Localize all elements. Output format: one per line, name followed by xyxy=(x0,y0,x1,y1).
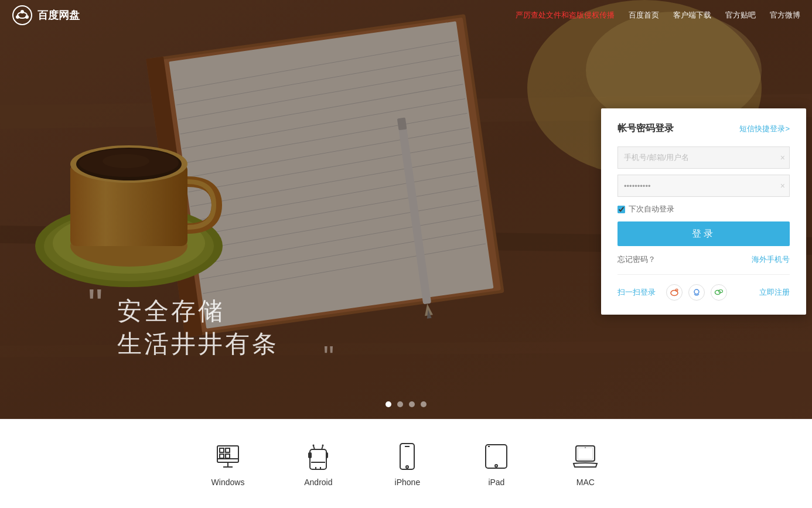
svg-point-66 xyxy=(322,444,324,446)
auto-login-wrap: 下次自动登录 xyxy=(617,204,790,214)
username-clear-icon[interactable]: × xyxy=(780,153,785,162)
iphone-label: iPhone xyxy=(395,478,421,487)
weibo-login-icon[interactable] xyxy=(666,284,683,301)
carousel-dot-4[interactable] xyxy=(421,401,427,407)
login-footer-links: 忘记密码？ 海外手机号 xyxy=(617,254,790,265)
register-link[interactable]: 立即注册 xyxy=(759,287,790,298)
password-input-wrap: × xyxy=(617,175,790,197)
svg-point-77 xyxy=(495,465,497,467)
nav-warning[interactable]: 严厉查处文件和盗版侵权传播 xyxy=(516,10,615,21)
header: 百度网盘 严厉查处文件和盗版侵权传播 百度首页 客户端下载 官方贴吧 官方微博 xyxy=(0,0,812,30)
login-button[interactable]: 登录 xyxy=(617,221,790,246)
platform-iphone[interactable]: iPhone xyxy=(392,441,422,487)
login-divider xyxy=(617,274,790,275)
platform-ipad[interactable]: iPad xyxy=(481,441,511,487)
username-input-wrap: × xyxy=(617,146,790,169)
password-clear-icon[interactable]: × xyxy=(780,181,785,190)
svg-rect-58 xyxy=(220,454,224,458)
login-card: 帐号密码登录 短信快捷登录> × × 下次自动登录 登录 忘记密码？ 海外手机号… xyxy=(601,108,806,315)
ipad-label: iPad xyxy=(488,478,504,487)
platform-windows[interactable]: Windows xyxy=(211,441,245,487)
social-icons xyxy=(666,284,727,301)
username-input[interactable] xyxy=(617,146,790,169)
nav-download[interactable]: 客户端下载 xyxy=(673,10,711,21)
forgot-password-link[interactable]: 忘记密码？ xyxy=(617,254,656,265)
quote-right-icon: " xyxy=(323,342,336,372)
windows-icon xyxy=(213,441,243,472)
hero-text-block: " 安全存储 生活井井有条 " xyxy=(117,295,301,360)
wechat-login-icon[interactable] xyxy=(711,284,727,301)
login-header: 帐号密码登录 短信快捷登录> xyxy=(617,122,790,135)
carousel-dots xyxy=(385,401,427,407)
nav: 严厉查处文件和盗版侵权传播 百度首页 客户端下载 官方贴吧 官方微博 xyxy=(516,10,800,21)
svg-rect-59 xyxy=(226,454,230,458)
svg-rect-56 xyxy=(220,448,224,452)
overseas-phone-link[interactable]: 海外手机号 xyxy=(752,254,790,265)
hero-section: " 安全存储 生活井井有条 " 帐号密码登录 短信快捷登录> × × 下次自动登… xyxy=(0,0,812,419)
auto-login-label[interactable]: 下次自动登录 xyxy=(629,204,674,214)
platform-android[interactable]: Android xyxy=(303,441,333,487)
login-title: 帐号密码登录 xyxy=(617,122,674,135)
android-icon xyxy=(303,441,333,472)
ipad-icon xyxy=(481,441,511,472)
logo-icon xyxy=(12,5,33,26)
carousel-dot-3[interactable] xyxy=(409,401,415,407)
logo-text: 百度网盘 xyxy=(37,8,80,22)
svg-rect-57 xyxy=(226,448,230,452)
svg-point-81 xyxy=(585,447,586,448)
nav-weibo[interactable]: 官方微博 xyxy=(770,10,800,21)
auto-login-checkbox[interactable] xyxy=(617,206,625,213)
nav-home[interactable]: 百度首页 xyxy=(629,10,659,21)
carousel-dot-2[interactable] xyxy=(397,401,403,407)
svg-point-0 xyxy=(13,6,32,25)
platform-mac[interactable]: MAC xyxy=(570,441,601,487)
iphone-icon xyxy=(392,441,422,472)
windows-label: Windows xyxy=(211,478,245,487)
mac-label: MAC xyxy=(576,478,595,487)
svg-point-75 xyxy=(406,466,408,468)
qq-login-icon[interactable] xyxy=(688,284,705,301)
nav-post[interactable]: 官方贴吧 xyxy=(725,10,756,21)
svg-point-49 xyxy=(694,289,699,294)
hero-line2: 生活井井有条 " xyxy=(117,328,301,360)
svg-rect-62 xyxy=(311,451,325,466)
quote-left-icon: " xyxy=(88,283,103,325)
android-label: Android xyxy=(304,478,332,487)
logo[interactable]: 百度网盘 xyxy=(12,5,80,26)
login-social: 扫一扫登录 立即注册 xyxy=(617,284,790,301)
svg-rect-71 xyxy=(326,453,327,458)
mac-icon xyxy=(570,441,601,472)
scan-login-link[interactable]: 扫一扫登录 xyxy=(617,287,656,298)
svg-point-4 xyxy=(25,15,29,19)
svg-point-65 xyxy=(313,444,315,446)
svg-rect-70 xyxy=(309,453,310,458)
password-input[interactable] xyxy=(617,175,790,197)
svg-point-3 xyxy=(16,15,19,19)
svg-point-48 xyxy=(676,289,677,291)
platform-bar: Windows Android xyxy=(0,419,812,508)
sms-login-link[interactable]: 短信快捷登录> xyxy=(739,124,790,134)
svg-point-2 xyxy=(21,10,24,13)
svg-rect-80 xyxy=(578,448,593,459)
carousel-dot-1[interactable] xyxy=(385,401,391,407)
hero-line1: 安全存储 xyxy=(117,295,301,328)
